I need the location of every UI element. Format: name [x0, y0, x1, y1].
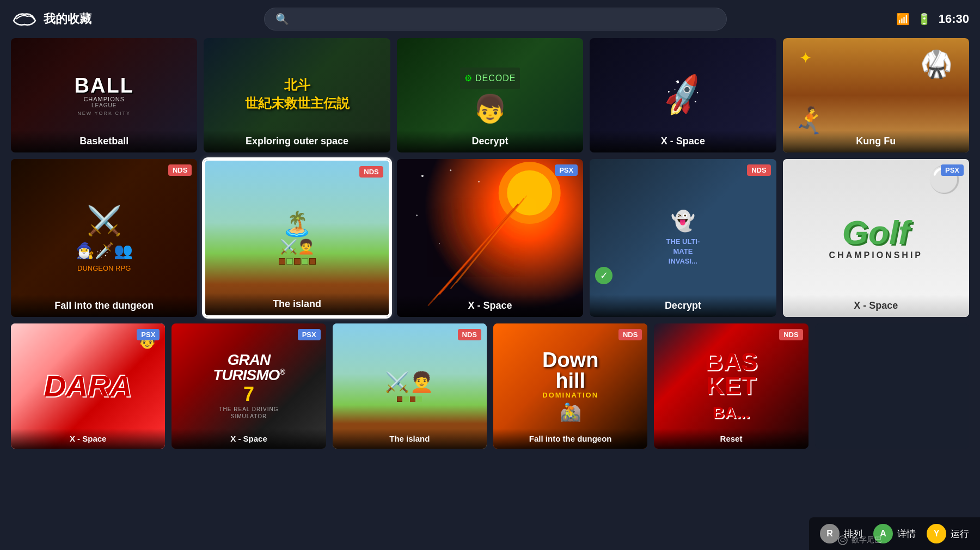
toolbar-run[interactable]: Y 运行	[927, 524, 969, 543]
card-label-decrypt-mid: Decrypt	[590, 295, 776, 317]
badge-dara: PSX	[137, 329, 160, 340]
content-area: BALL CHAMPIONS LEAGUE NEW YORK CITY Bask…	[0, 38, 980, 449]
run-button[interactable]: Y	[927, 524, 946, 543]
game-card-partial	[815, 323, 969, 449]
card-label-gt7: X - Space	[171, 429, 326, 449]
search-input[interactable]	[296, 14, 715, 25]
badge-island-bottom: NDS	[458, 329, 481, 340]
badge-gt7: PSX	[298, 329, 321, 340]
status-bar: 📶 🔋 16:30	[860, 12, 969, 26]
card-label-dara: X - Space	[11, 429, 165, 449]
svg-line-6	[456, 195, 526, 283]
game-card-dungeon[interactable]: NDS ⚔️ 🧙‍♂️🗡️👥 DUNGEON RPG Fall into the…	[11, 159, 197, 317]
logo-text: 我的收藏	[44, 11, 91, 27]
card-label-dungeon: Fall into the dungeon	[11, 295, 197, 317]
badge-basketball2: NDS	[779, 329, 803, 340]
check-badge: ✓	[595, 267, 612, 284]
game-card-kungfu[interactable]: 🥋 🏃 ✦ Kung Fu	[783, 38, 969, 152]
badge-dungeon: NDS	[168, 164, 192, 176]
card-label-xspace-mid: X - Space	[397, 295, 583, 317]
svg-point-7	[421, 175, 424, 177]
svg-line-5	[433, 207, 515, 300]
card-label-basketball2: Reset	[654, 429, 808, 449]
logo-area: 我的收藏	[11, 10, 131, 29]
header: 我的收藏 🔍 📶 🔋 16:30	[0, 0, 980, 38]
card-label-golf: X - Space	[783, 295, 969, 317]
game-card-golf[interactable]: PSX Golf CHAMPIONSHIP ⚪ X - Space	[783, 159, 969, 317]
game-card-island-bottom[interactable]: NDS ⚔️🧑‍🦱 The island	[333, 323, 487, 449]
details-label: 详情	[897, 528, 916, 540]
wifi-icon: 📶	[896, 13, 910, 26]
logo-icon	[11, 10, 38, 29]
game-card-island[interactable]: NDS 🏝️ ⚔️🧑‍🦱 The island	[204, 159, 390, 317]
card-label-kungfu: Kung Fu	[783, 130, 969, 152]
game-card-basketball2[interactable]: NDS BASKETBA... Reset	[654, 323, 808, 449]
svg-point-11	[439, 243, 440, 244]
game-card-decrypt-mid[interactable]: NDS ✓ 👻 THE ULTI-MATEINVASI... Decrypt	[590, 159, 776, 317]
run-key-label: Y	[934, 529, 940, 539]
sort-key-label: R	[826, 529, 833, 539]
svg-point-10	[416, 215, 418, 216]
game-card-downhill[interactable]: NDS Downhill DOMINATION 🚵 Fall into the …	[493, 323, 647, 449]
game-card-gt7[interactable]: PSX GRANTURISMO® 7 THE REAL DRIVINGSIMUL…	[171, 323, 326, 449]
badge-xspace-mid: PSX	[555, 164, 578, 176]
top-row: BALL CHAMPIONS LEAGUE NEW YORK CITY Bask…	[11, 38, 969, 152]
game-card-xspace-top[interactable]: 🚀 X - Space	[590, 38, 776, 152]
time-display: 16:30	[939, 12, 969, 26]
game-card-outer-space[interactable]: 北斗世紀末救世主伝説 Exploring outer space	[204, 38, 390, 152]
badge-decrypt-mid: NDS	[747, 164, 770, 176]
card-label-decrypt: Decrypt	[397, 130, 583, 152]
badge-golf: PSX	[941, 164, 964, 176]
watermark-icon	[837, 535, 848, 546]
svg-point-8	[450, 169, 451, 171]
search-icon: 🔍	[275, 13, 289, 26]
search-bar[interactable]: 🔍	[264, 8, 727, 30]
card-label-island: The island	[205, 293, 388, 315]
game-card-basketball[interactable]: BALL CHAMPIONS LEAGUE NEW YORK CITY Bask…	[11, 38, 197, 152]
badge-island: NDS	[359, 166, 383, 178]
watermark-text: 数字尾巴	[852, 535, 882, 545]
svg-line-4	[450, 199, 524, 289]
watermark-area: 数字尾巴	[837, 535, 882, 546]
bottom-toolbar: R 排列 A 详情 Y 运行	[809, 517, 980, 550]
game-card-decrypt[interactable]: ⚙ DECODE 👦 Decrypt	[397, 38, 583, 152]
badge-downhill: NDS	[618, 329, 642, 340]
card-label-downhill: Fall into the dungeon	[493, 429, 647, 449]
battery-icon: 🔋	[917, 13, 931, 26]
game-card-dara[interactable]: PSX DARA 👦 X - Space	[11, 323, 165, 449]
card-label-basketball: Basketball	[11, 130, 197, 152]
rocket-svg	[397, 159, 583, 317]
card-label-island-bottom: The island	[333, 429, 487, 449]
card-label-outer-space: Exploring outer space	[204, 130, 390, 152]
middle-row: NDS ⚔️ 🧙‍♂️🗡️👥 DUNGEON RPG Fall into the…	[11, 159, 969, 317]
bottom-row: PSX DARA 👦 X - Space PSX GRANTURISMO® 7 …	[11, 323, 969, 449]
run-label: 运行	[951, 528, 969, 540]
sort-button[interactable]: R	[820, 524, 840, 543]
game-card-xspace-mid[interactable]: PSX X -	[397, 159, 583, 317]
card-label-xspace-top: X - Space	[590, 130, 776, 152]
svg-point-9	[478, 181, 480, 182]
